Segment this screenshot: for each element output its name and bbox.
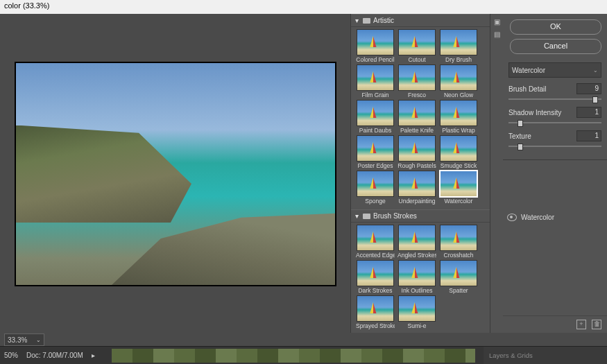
- filter-thumb-neon-glow[interactable]: Neon Glow: [439, 64, 478, 98]
- filter-thumb-colored-pencil[interactable]: Colored Pencil: [356, 29, 395, 63]
- slider-knob[interactable]: [518, 144, 523, 150]
- category-artistic[interactable]: ▾Artistic: [351, 14, 490, 27]
- thumbnail-image: [440, 260, 477, 286]
- slider-label: Texture: [508, 132, 531, 140]
- thumbnail-label: Cutout: [397, 56, 436, 63]
- slider-label: Brush Detail: [508, 85, 546, 93]
- slider-label: Shadow Intensity: [508, 109, 561, 116]
- slider-track[interactable]: [508, 146, 601, 147]
- folder-icon: [363, 18, 370, 24]
- filter-select-value: Watercolor: [512, 67, 545, 74]
- thumbnail-label: Underpainting: [397, 198, 436, 205]
- filter-thumb-ink-outlines[interactable]: Ink Outlines: [397, 260, 436, 294]
- thumbnail-strip[interactable]: [112, 349, 475, 363]
- filter-thumb-plastic-wrap[interactable]: Plastic Wrap: [439, 100, 478, 134]
- filter-thumb-cutout[interactable]: Cutout: [397, 29, 436, 63]
- workspace: ▾ArtisticColored PencilCutoutDry BrushFi…: [0, 14, 607, 333]
- settings-panel: OK Cancel Watercolor ⌄ Brush Detail9Shad…: [503, 14, 607, 333]
- thumbnail-label: Poster Edges: [356, 162, 395, 169]
- filter-thumb-accented-edges[interactable]: Accented Edges: [356, 225, 395, 259]
- slider-track[interactable]: [508, 122, 601, 123]
- slider-knob[interactable]: [592, 96, 598, 103]
- thumbnail-image: [357, 171, 394, 197]
- triangle-down-icon: ▾: [355, 17, 360, 24]
- thumbnail-label: Sprayed Strokes: [356, 322, 395, 329]
- filter-thumb-palette-knife[interactable]: Palette Knife: [397, 100, 436, 134]
- effect-layers: Watercolor + 🗑: [503, 159, 607, 333]
- filter-thumb-poster-edges[interactable]: Poster Edges: [356, 135, 395, 169]
- ok-button[interactable]: OK: [510, 19, 601, 35]
- thumbnail-label: Neon Glow: [439, 92, 478, 98]
- footer-doc: Doc: 7.00M/7.00M: [26, 352, 83, 359]
- filter-thumb-sponge[interactable]: Sponge: [356, 171, 395, 205]
- thumbnail-image: [440, 29, 477, 55]
- layer-label: Watercolor: [521, 214, 554, 221]
- filter-thumb-dry-brush[interactable]: Dry Brush: [439, 29, 478, 63]
- filter-thumb-sumi-e[interactable]: Sumi-e: [397, 295, 436, 329]
- thumbnail-label: Palette Knife: [397, 127, 436, 134]
- chevron-down-icon: ⌄: [36, 337, 41, 343]
- filter-thumb-dark-strokes[interactable]: Dark Strokes: [356, 260, 395, 294]
- folder-icon: [363, 214, 370, 219]
- filter-thumb-spatter[interactable]: Spatter: [439, 260, 478, 294]
- status-bar: 50% Doc: 7.00M/7.00M ▸ Layers & Grids: [0, 346, 607, 364]
- thumbnail-image: [398, 295, 436, 322]
- thumbnail-image: [398, 64, 436, 91]
- filter-thumb-rough-pastels[interactable]: Rough Pastels: [397, 135, 436, 169]
- thumbnail-image: [440, 64, 477, 91]
- canvas-area: [0, 14, 350, 333]
- chevron-down-icon: ⌄: [593, 67, 598, 73]
- collapse-icon[interactable]: ▤: [493, 31, 501, 39]
- filter-thumb-paint-daubs[interactable]: Paint Daubs: [356, 100, 395, 134]
- filter-thumb-watercolor[interactable]: Watercolor: [439, 171, 478, 205]
- footer-zoom: 50%: [4, 352, 18, 359]
- zoom-dropdown[interactable]: 33.3% ⌄: [4, 333, 44, 346]
- thumbnail-image: [357, 100, 394, 126]
- filter-select[interactable]: Watercolor ⌄: [508, 62, 601, 78]
- filter-thumb-sprayed-strokes[interactable]: Sprayed Strokes: [356, 295, 395, 329]
- filter-thumb-film-grain[interactable]: Film Grain: [356, 64, 395, 98]
- preview-canvas[interactable]: [15, 62, 336, 286]
- category-brush-strokes[interactable]: ▾Brush Strokes: [351, 209, 490, 223]
- new-layer-icon[interactable]: +: [576, 320, 586, 329]
- category-label: Artistic: [373, 17, 394, 24]
- thumbnail-label: Fresco: [397, 92, 436, 98]
- filter-thumb-fresco[interactable]: Fresco: [397, 64, 436, 98]
- thumbnail-label: Paint Daubs: [356, 127, 395, 134]
- slider-brush-detail: Brush Detail9: [508, 83, 601, 100]
- visibility-icon[interactable]: [507, 214, 517, 221]
- filter-thumb-smudge-stick[interactable]: Smudge Stick: [439, 135, 478, 169]
- layer-row[interactable]: Watercolor: [503, 209, 607, 225]
- thumbnail-label: Smudge Stick: [439, 162, 478, 169]
- slider-knob[interactable]: [518, 120, 523, 127]
- zoom-value: 33.3%: [8, 336, 27, 344]
- thumbnail-label: Angled Strokes: [397, 252, 436, 259]
- filter-thumb-underpainting[interactable]: Underpainting: [397, 171, 436, 205]
- panels-footer: Layers & Grids: [484, 347, 607, 364]
- zoom-bar: 33.3% ⌄: [0, 333, 607, 347]
- thumbnail-image: [357, 135, 394, 162]
- window-title: color (33.3%): [4, 1, 49, 10]
- thumbnail-label: Sponge: [356, 198, 395, 205]
- slider-texture: Texture1: [508, 130, 601, 147]
- slider-value-input[interactable]: 1: [576, 130, 601, 141]
- slider-track[interactable]: [508, 98, 601, 100]
- thumbnail-label: Watercolor: [439, 198, 478, 205]
- thumbnail-image: [398, 135, 436, 162]
- delete-layer-icon[interactable]: 🗑: [592, 320, 601, 329]
- thumbnail-image: [357, 29, 394, 55]
- slider-value-input[interactable]: 1: [576, 107, 601, 118]
- filter-gallery-panel[interactable]: ▾ArtisticColored PencilCutoutDry BrushFi…: [350, 14, 490, 333]
- thumbnail-image: [357, 225, 394, 251]
- filter-thumb-angled-strokes[interactable]: Angled Strokes: [397, 225, 436, 259]
- slider-value-input[interactable]: 9: [576, 83, 601, 94]
- thumbnail-label: Crosshatch: [439, 252, 478, 259]
- cancel-button[interactable]: Cancel: [510, 39, 601, 54]
- thumbnail-image: [357, 260, 394, 286]
- slider-shadow-intensity: Shadow Intensity1: [508, 107, 601, 123]
- collapse-strip: ▣ ▤: [490, 14, 503, 333]
- expand-icon[interactable]: ▣: [493, 18, 501, 26]
- thumbnail-label: Dry Brush: [439, 56, 478, 63]
- filter-thumb-crosshatch[interactable]: Crosshatch: [439, 225, 478, 259]
- thumbnail-image: [440, 171, 477, 197]
